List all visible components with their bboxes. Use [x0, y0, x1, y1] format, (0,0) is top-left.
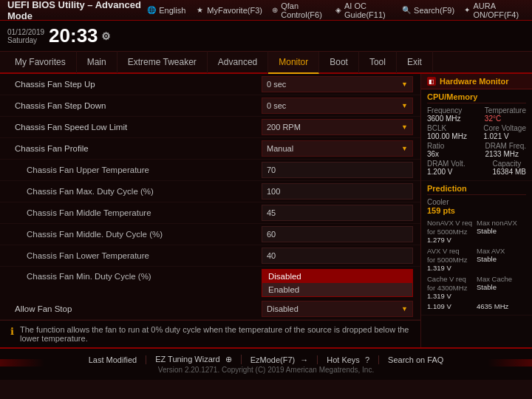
max-avx-value: Stable	[477, 255, 526, 263]
cache-voltage: 1.319 V	[427, 292, 477, 300]
dram-freq-value: 2133 MHz	[485, 150, 526, 158]
bottom-links: Last Modified EZ Tuning Wizard ⊕ EzMode(…	[80, 355, 453, 364]
qfan-control[interactable]: ⊕ Qfan Control(F6)	[271, 1, 326, 19]
frequency-row: Frequency 3600 MHz Temperature 32°C	[427, 106, 526, 123]
tab-exit[interactable]: Exit	[397, 51, 433, 73]
dram-volt-row: DRAM Volt. 1.200 V Capacity 16384 MB	[427, 160, 526, 176]
monitor-icon: ◧	[427, 77, 436, 86]
allow-fan-stop-dropdown[interactable]: Disabled ▼	[262, 301, 413, 317]
tab-extreme-tweaker[interactable]: Extreme Tweaker	[117, 51, 208, 73]
dropdown-option-enabled[interactable]: Enabled	[262, 283, 412, 296]
dram-volt-value: 1.200 V	[427, 168, 466, 176]
frequency-label: Frequency	[427, 106, 462, 115]
cooler-value: 159 pts	[427, 206, 455, 215]
app-title: UEFI BIOS Utility – Advanced Mode	[7, 0, 146, 21]
chassis-fan-cycle-dropdown[interactable]: Disabled Enabled	[262, 269, 413, 297]
info-text: The function allows the fan to run at 0%…	[20, 325, 410, 343]
tab-main[interactable]: Main	[77, 51, 117, 73]
chassis-fan-lower-temp-value[interactable]: 40	[262, 248, 413, 264]
chassis-fan-middle-duty-value[interactable]: 60	[262, 226, 413, 242]
chassis-fan-step-up-row: Chassis Fan Step Up 0 sec ▼	[0, 74, 420, 95]
chassis-fan-step-up-dropdown[interactable]: 0 sec ▼	[262, 76, 413, 92]
hw-monitor-title: Hardware Monitor	[440, 77, 509, 86]
aioc-label: AI OC Guide(F11)	[344, 1, 392, 19]
chassis-fan-lower-temp-label: Chassis Fan Lower Temperature	[15, 251, 262, 260]
extra-row: 1.109 V 4635 MHz	[427, 302, 526, 310]
wand-icon: ⊕	[225, 355, 232, 364]
chassis-fan-middle-temp-value[interactable]: 45	[262, 205, 413, 221]
tab-tool[interactable]: Tool	[359, 51, 397, 73]
chassis-fan-speed-low-limit-row: Chassis Fan Speed Low Limit 200 RPM ▼	[0, 117, 420, 138]
chassis-fan-profile-dropdown[interactable]: Manual ▼	[262, 140, 413, 157]
ai-oc-guide[interactable]: ◈ AI OC Guide(F11)	[335, 1, 392, 19]
header-bar: UEFI BIOS Utility – Advanced Mode 🌐 Engl…	[0, 0, 532, 21]
cooler-label: Cooler	[427, 198, 455, 206]
star-icon: ★	[194, 5, 205, 16]
clock-display: 20:33 ⚙	[49, 24, 111, 47]
hotkeys-icon: ?	[365, 355, 369, 364]
tab-boot[interactable]: Boot	[319, 51, 359, 73]
core-voltage-value: 1.021 V	[483, 132, 526, 140]
search-label: Search(F9)	[414, 6, 454, 15]
chassis-fan-speed-low-limit-dropdown[interactable]: 200 RPM ▼	[262, 119, 413, 135]
chassis-fan-max-duty-row: Chassis Fan Max. Duty Cycle (%) 100	[0, 181, 420, 202]
nonavx-freq-label: for 5000MHz	[427, 228, 477, 236]
core-voltage-label: Core Voltage	[483, 124, 526, 132]
chevron-down-icon: ▼	[401, 305, 408, 313]
chassis-fan-speed-low-limit-label: Chassis Fan Speed Low Limit	[15, 123, 262, 132]
time-settings-icon[interactable]: ⚙	[101, 30, 111, 42]
day-label: Saturday	[7, 36, 44, 44]
frequency-value: 3600 MHz	[427, 115, 462, 123]
search-button[interactable]: 🔍 Search(F9)	[401, 5, 454, 16]
chevron-down-icon: ▼	[401, 145, 408, 152]
cpu-memory-section: CPU/Memory Frequency 3600 MHz Temperatur…	[421, 89, 532, 181]
chassis-fan-min-duty-row: Chassis Fan Min. Duty Cycle (%) Disabled…	[0, 267, 420, 297]
ratio-row: Ratio 36x DRAM Freq. 2133 MHz	[427, 142, 526, 158]
chassis-fan-max-duty-value[interactable]: 100	[262, 183, 413, 200]
time-value: 20:33	[49, 24, 98, 47]
main-content: Chassis Fan Step Up 0 sec ▼ Chassis Fan …	[0, 74, 532, 347]
chassis-fan-step-down-label: Chassis Fan Step Down	[15, 101, 262, 110]
max-nonavx-label: Max nonAVX	[477, 219, 526, 227]
extra-freq: 4635 MHz	[477, 302, 526, 310]
chassis-fan-step-up-label: Chassis Fan Step Up	[15, 80, 262, 89]
avx-voltage: 1.319 V	[427, 264, 477, 272]
tab-my-favorites[interactable]: My Favorites	[4, 51, 77, 73]
bclk-label: BCLK	[427, 124, 467, 132]
chassis-fan-middle-duty-label: Chassis Fan Middle. Duty Cycle (%)	[15, 230, 262, 239]
hot-keys-button[interactable]: Hot Keys ?	[318, 355, 379, 364]
search-faq-button[interactable]: Search on FAQ	[379, 355, 452, 364]
extra-voltage: 1.109 V	[427, 302, 477, 310]
myfavorites-label: MyFavorite(F3)	[207, 6, 262, 15]
max-nonavx-value: Stable	[477, 227, 526, 235]
nonavx-label: NonAVX V req	[427, 219, 477, 227]
chassis-fan-lower-temp-row: Chassis Fan Lower Temperature 40	[0, 245, 420, 267]
capacity-value: 16384 MB	[492, 168, 526, 176]
chassis-fan-middle-duty-row: Chassis Fan Middle. Duty Cycle (%) 60	[0, 224, 420, 245]
my-favorites-shortcut[interactable]: ★ MyFavorite(F3)	[194, 5, 262, 16]
header-right: 🌐 English ★ MyFavorite(F3) ⊕ Qfan Contro…	[146, 1, 525, 19]
chassis-fan-step-down-dropdown[interactable]: 0 sec ▼	[262, 98, 413, 114]
ez-mode-button[interactable]: EzMode(F7) →	[242, 355, 318, 364]
max-cache-value: Stable	[477, 283, 526, 291]
datetime-bar: 01/12/2019 Saturday 20:33 ⚙	[0, 21, 532, 52]
chevron-down-icon: ▼	[401, 81, 408, 88]
prediction-details: NonAVX V req for 5000MHz 1.279 V Max non…	[427, 218, 526, 310]
ez-tuning-wizard-button[interactable]: EZ Tuning Wizard ⊕	[146, 355, 241, 364]
language-selector[interactable]: 🌐 English	[146, 5, 185, 16]
arrow-icon: →	[300, 355, 308, 364]
last-modified-button[interactable]: Last Modified	[80, 355, 146, 364]
chassis-fan-upper-temp-value[interactable]: 70	[262, 162, 413, 178]
prediction-section: Prediction Cooler 159 pts NonAVX V req f…	[421, 181, 532, 316]
aura-toggle[interactable]: ✦ AURA ON/OFF(F4)	[463, 1, 525, 19]
bottom-bar: Last Modified EZ Tuning Wizard ⊕ EzMode(…	[0, 347, 532, 380]
aura-label: AURA ON/OFF(F4)	[473, 1, 525, 19]
chassis-fan-upper-temp-row: Chassis Fan Upper Temperature 70	[0, 160, 420, 181]
chassis-fan-min-duty-label: Chassis Fan Min. Duty Cycle (%)	[15, 269, 262, 281]
fan-icon: ⊕	[271, 5, 279, 16]
tab-advanced[interactable]: Advanced	[208, 51, 268, 73]
ai-icon: ◈	[335, 5, 342, 16]
tab-monitor[interactable]: Monitor	[268, 52, 319, 74]
dropdown-option-disabled[interactable]: Disabled	[262, 270, 412, 283]
hw-monitor-panel: ◧ Hardware Monitor CPU/Memory Frequency …	[421, 74, 532, 347]
